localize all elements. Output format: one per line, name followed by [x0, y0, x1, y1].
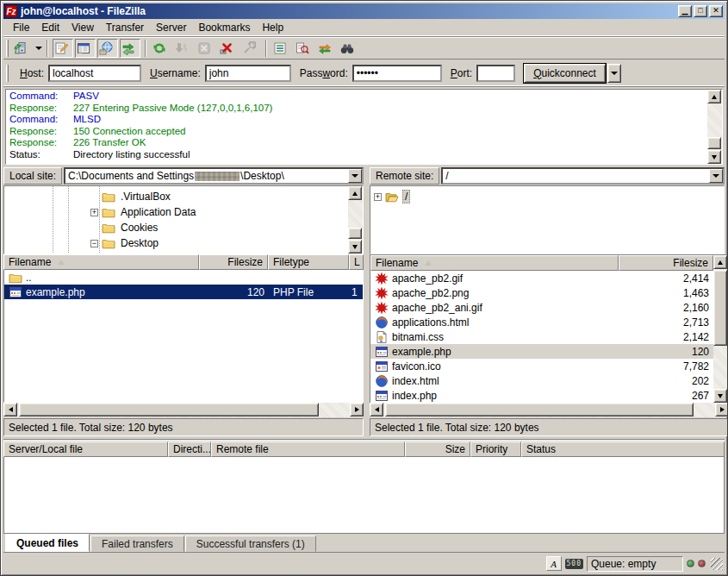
site-manager-button[interactable]: [12, 39, 33, 58]
local-directory-tree[interactable]: .VirtualBox+Application DataCookies−Desk…: [3, 185, 364, 254]
file-row[interactable]: ..: [4, 270, 364, 285]
file-row[interactable]: index.html 202: [370, 373, 713, 388]
scroll-left-button[interactable]: [370, 403, 383, 416]
process-queue-button[interactable]: [173, 39, 194, 58]
file-row[interactable]: apache_pb2_ani.gif 2,160: [370, 300, 713, 315]
toggle-message-log-button[interactable]: [53, 39, 73, 58]
scroll-up-button[interactable]: [713, 255, 727, 269]
tree-expander[interactable]: −: [90, 240, 98, 247]
disconnect-button[interactable]: [218, 39, 239, 58]
scroll-up-button[interactable]: [707, 90, 721, 103]
toggle-local-tree-button[interactable]: [75, 39, 96, 58]
scrollbar-thumb[interactable]: [19, 403, 319, 416]
menu-view[interactable]: View: [65, 20, 100, 35]
data-type-indicator-icon[interactable]: A: [546, 556, 562, 571]
port-input[interactable]: [476, 65, 515, 82]
local-tree-scrollbar[interactable]: [348, 186, 363, 254]
remote-file-list[interactable]: apache_pb2.gif 2,414 apache_pb2.png 1,46…: [370, 271, 713, 403]
file-row[interactable]: index.php 267: [370, 388, 713, 403]
password-input[interactable]: [352, 65, 442, 82]
scrollbar-thumb[interactable]: [707, 137, 721, 149]
local-site-combo[interactable]: C:\Documents and Settings\Desktop\: [64, 167, 364, 185]
pane-splitter[interactable]: [364, 185, 370, 254]
tree-item-label[interactable]: Desktop: [119, 237, 160, 249]
tree-item[interactable]: −Desktop: [4, 235, 348, 251]
pane-splitter[interactable]: [364, 254, 370, 436]
local-site-dropdown-button[interactable]: [348, 169, 362, 183]
scrollbar-thumb[interactable]: [348, 228, 362, 239]
minimize-button[interactable]: ▁: [678, 5, 692, 17]
remote-site-combo[interactable]: /: [441, 167, 725, 185]
menu-edit[interactable]: Edit: [35, 20, 65, 35]
column-header-priority[interactable]: Priority: [470, 441, 521, 457]
file-row[interactable]: example.php 120: [370, 344, 713, 359]
tree-item-label[interactable]: .VirtualBox: [119, 191, 172, 203]
host-input[interactable]: [48, 65, 141, 82]
scrollbar-thumb[interactable]: [385, 403, 694, 416]
column-header-status[interactable]: Status: [521, 441, 725, 457]
quickconnect-dropdown-button[interactable]: [607, 64, 621, 83]
scroll-down-button[interactable]: [348, 240, 362, 254]
column-header-l[interactable]: L: [349, 254, 364, 270]
tab-failed-transfers[interactable]: Failed transfers: [90, 535, 184, 552]
tree-expander[interactable]: +: [90, 209, 98, 216]
file-row[interactable]: favicon.ico 7,782: [370, 359, 713, 373]
maximize-button[interactable]: □: [694, 5, 707, 17]
column-header-directi[interactable]: Directi...: [168, 441, 211, 457]
scroll-down-button[interactable]: [713, 389, 727, 403]
tree-item[interactable]: .VirtualBox: [4, 189, 348, 204]
scroll-up-button[interactable]: [348, 186, 362, 200]
column-header-filename[interactable]: Filename: [370, 255, 619, 271]
remote-horizontal-scrollbar[interactable]: [370, 403, 728, 417]
file-row[interactable]: apache_pb2.gif 2,414: [370, 271, 713, 285]
quickconnect-button[interactable]: Quickconnect: [524, 64, 606, 83]
toggle-remote-tree-button[interactable]: [97, 39, 118, 58]
tree-item-label[interactable]: Cookies: [119, 222, 159, 234]
tab-queued-files[interactable]: Queued files: [5, 534, 90, 552]
scroll-down-button[interactable]: [707, 150, 721, 164]
menu-transfer[interactable]: Transfer: [100, 20, 150, 35]
column-header-filesize[interactable]: Filesize: [199, 254, 268, 270]
site-manager-button-dropdown[interactable]: [34, 39, 43, 58]
title-bar[interactable]: Fz john@localhost - FileZilla ▁ □ ✕: [3, 3, 725, 19]
close-button[interactable]: ✕: [709, 5, 723, 17]
filter-button[interactable]: [271, 39, 292, 58]
username-input[interactable]: [205, 65, 291, 82]
menu-help[interactable]: Help: [256, 20, 289, 35]
scrollbar-thumb[interactable]: [713, 270, 727, 346]
tree-expander[interactable]: +: [374, 193, 382, 201]
toolbar-gripper[interactable]: [6, 40, 9, 57]
find-files-button[interactable]: [339, 39, 359, 58]
column-header-size[interactable]: Size: [405, 441, 470, 457]
column-header-serverlocalfile[interactable]: Server/Local file: [3, 441, 168, 457]
refresh-button[interactable]: [151, 39, 171, 58]
column-header-filename[interactable]: Filename: [3, 254, 199, 270]
tree-item[interactable]: +/: [370, 189, 724, 204]
menu-server[interactable]: Server: [150, 20, 192, 35]
scroll-left-button[interactable]: [3, 403, 17, 416]
remote-directory-tree[interactable]: +/: [370, 185, 725, 254]
sync-browsing-button[interactable]: [316, 39, 337, 58]
message-log-scrollbar[interactable]: [707, 90, 722, 164]
reconnect-button[interactable]: [240, 39, 261, 58]
resize-grip[interactable]: [711, 558, 723, 570]
tree-item[interactable]: Cookies: [4, 220, 348, 235]
remote-site-dropdown-button[interactable]: [709, 169, 723, 183]
tree-item-label[interactable]: /: [402, 190, 410, 203]
scroll-right-button[interactable]: [715, 403, 728, 416]
file-row[interactable]: example.php 120 PHP File 1: [4, 285, 364, 299]
tree-item-label[interactable]: Application Data: [119, 206, 197, 218]
tab-successful-transfers-[interactable]: Successful transfers (1): [185, 535, 316, 552]
scroll-right-button[interactable]: [350, 403, 364, 416]
file-row[interactable]: bitnami.css 2,142: [370, 329, 713, 344]
file-row[interactable]: apache_pb2.png 1,463: [370, 285, 713, 300]
toolbar-gripper[interactable]: [6, 65, 9, 82]
menu-bookmarks[interactable]: Bookmarks: [192, 20, 256, 35]
message-log[interactable]: Command:PASVResponse:227 Entering Passiv…: [6, 90, 707, 164]
local-file-list[interactable]: .. example.php 120 PHP File 1: [3, 270, 364, 403]
menu-file[interactable]: File: [7, 20, 35, 35]
compare-button[interactable]: [294, 39, 314, 58]
queue-list[interactable]: [3, 457, 725, 534]
pane-splitter[interactable]: [364, 166, 370, 185]
cancel-button[interactable]: [196, 39, 216, 58]
